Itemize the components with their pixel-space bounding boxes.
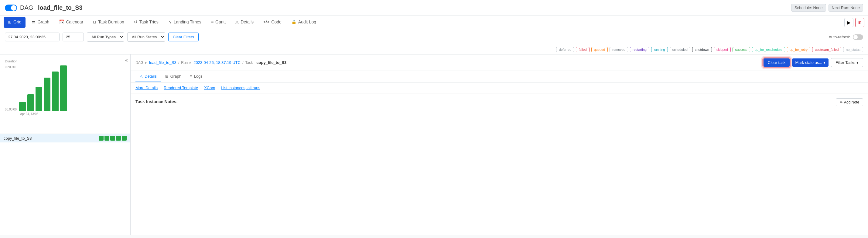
- run-types-select[interactable]: All Run Types: [87, 32, 124, 42]
- graph-icon: ⬒: [32, 20, 35, 24]
- dot-3[interactable]: [110, 136, 115, 141]
- breadcrumb-dag-label: DAG: [135, 60, 143, 65]
- badge-removed[interactable]: removed: [610, 47, 628, 52]
- bar-3[interactable]: [35, 87, 42, 111]
- add-note-label: Add Note: [844, 100, 859, 104]
- detail-panel: DAG ▸ load_file_to_S3 / Run ▸ 2023-04-26…: [131, 54, 868, 235]
- tab-task-duration[interactable]: ⊔ Task Duration: [88, 16, 129, 29]
- badge-failed[interactable]: failed: [576, 47, 589, 52]
- dropdown-chevron-icon: ▾: [824, 60, 826, 65]
- status-bar: deferred failed queued removed restartin…: [0, 45, 868, 54]
- detail-tabs: △ Details ⊞ Graph ≡ Logs: [131, 71, 868, 82]
- breadcrumb-run-label: Run: [181, 60, 188, 65]
- badge-restarting[interactable]: restarting: [630, 47, 649, 52]
- clear-task-button[interactable]: Clear task: [764, 58, 790, 67]
- tab-graph[interactable]: ⬒ Graph: [27, 16, 54, 29]
- tab-gantt[interactable]: ≡ Gantt: [206, 16, 230, 29]
- dag-name: load_file_to_S3: [38, 4, 83, 11]
- edit-icon: ✏: [840, 100, 843, 104]
- detail-tab-graph[interactable]: ⊞ Graph: [161, 71, 186, 82]
- task-duration-icon: ⊔: [93, 20, 96, 24]
- y-label-top: 00:00:01: [5, 65, 17, 69]
- filter-chevron-icon: ▾: [857, 60, 859, 65]
- main-content: « Duration 00:00:01 00:00:00 Apr 24, 13:…: [0, 54, 868, 235]
- badge-shutdown[interactable]: shutdown: [692, 47, 712, 52]
- breadcrumb-task-label: Task: [245, 60, 253, 65]
- badge-upstream-failed[interactable]: upstream_failed: [812, 47, 841, 52]
- bar-4[interactable]: [44, 78, 51, 111]
- detail-header: DAG ▸ load_file_to_S3 / Run ▸ 2023-04-26…: [131, 54, 868, 71]
- badge-queued[interactable]: queued: [591, 47, 608, 52]
- breadcrumb-task-name: copy_file_to_S3: [256, 60, 286, 65]
- filter-tasks-button[interactable]: Filter Tasks ▾: [831, 58, 863, 67]
- dag-toggle[interactable]: [5, 5, 17, 11]
- dot-2[interactable]: [104, 136, 109, 141]
- clear-filters-button[interactable]: Clear Filters: [168, 32, 198, 42]
- more-details-link[interactable]: More Details: [135, 85, 158, 90]
- landing-icon: ↘: [168, 20, 172, 24]
- tab-details[interactable]: △ Details: [230, 16, 258, 29]
- nav-tabs: ⊞ Grid ⬒ Graph 📅 Calendar ⊔ Task Duratio…: [0, 16, 868, 29]
- detail-tab-logs[interactable]: ≡ Logs: [186, 71, 207, 82]
- dag-label: DAG:: [20, 4, 35, 11]
- tab-landing-times[interactable]: ↘ Landing Times: [163, 16, 206, 29]
- num-filter-input[interactable]: [63, 32, 84, 42]
- logs-tab-icon: ≡: [190, 74, 192, 79]
- task-row: copy_file_to_S3: [0, 134, 130, 142]
- tab-code[interactable]: </> Code: [258, 16, 286, 29]
- filter-bar: All Run Types All Run States Clear Filte…: [0, 29, 868, 45]
- badge-skipped[interactable]: skipped: [714, 47, 731, 52]
- tab-audit-log[interactable]: 🔒 Audit Log: [286, 16, 321, 29]
- notes-header[interactable]: Task Instance Notes: ✏ Add Note: [135, 97, 863, 106]
- detail-sublinks: More Details Rendered Template XCom List…: [131, 82, 868, 94]
- dot-1[interactable]: [99, 136, 103, 141]
- run-states-select[interactable]: All Run States: [127, 32, 165, 42]
- badge-deferred[interactable]: deferred: [556, 47, 574, 52]
- tab-grid[interactable]: ⊞ Grid: [4, 17, 26, 28]
- xcom-link[interactable]: XCom: [204, 85, 215, 90]
- add-note-button[interactable]: ✏ Add Note: [836, 98, 863, 106]
- rendered-template-link[interactable]: Rendered Template: [164, 85, 198, 90]
- gantt-icon: ≡: [211, 20, 214, 24]
- nav-tabs-left: ⊞ Grid ⬒ Graph 📅 Calendar ⊔ Task Duratio…: [4, 16, 321, 29]
- run-button[interactable]: ▶: [844, 18, 854, 27]
- dot-5[interactable]: [122, 136, 127, 141]
- details-tab-icon: △: [140, 74, 143, 79]
- badge-success[interactable]: success: [733, 47, 750, 52]
- badge-up-for-reschedule[interactable]: up_for_reschedule: [752, 47, 785, 52]
- dag-title: DAG: load_file_to_S3: [5, 4, 83, 11]
- detail-tab-details[interactable]: △ Details: [135, 71, 161, 82]
- list-instances-link[interactable]: List Instances, all runs: [221, 85, 260, 90]
- task-tries-icon: ↺: [134, 20, 137, 24]
- collapse-button[interactable]: «: [125, 57, 128, 63]
- calendar-icon: 📅: [59, 20, 64, 24]
- bar-6[interactable]: [60, 65, 67, 111]
- delete-button[interactable]: 🗑: [855, 18, 864, 27]
- details-icon: △: [236, 20, 239, 24]
- date-filter-input[interactable]: [5, 32, 60, 42]
- next-run-badge: Next Run: None: [829, 4, 863, 11]
- bar-1[interactable]: [19, 102, 26, 111]
- bar-5[interactable]: [52, 72, 59, 111]
- tab-calendar[interactable]: 📅 Calendar: [54, 16, 88, 29]
- grid-icon: ⊞: [8, 20, 11, 24]
- auto-refresh-toggle[interactable]: [853, 34, 863, 40]
- breadcrumb-run-link[interactable]: 2023-04-26, 18:37:19 UTC: [193, 60, 241, 65]
- badge-up-for-retry[interactable]: up_for_retry: [787, 47, 810, 52]
- code-icon: </>: [263, 20, 269, 24]
- task-name: copy_file_to_S3: [4, 136, 32, 141]
- duration-label: Duration: [5, 59, 125, 63]
- mark-state-button[interactable]: Mark state as... ▾: [792, 58, 829, 67]
- breadcrumb-dag-link[interactable]: load_file_to_S3: [149, 60, 177, 65]
- schedule-badge: Schedule: None: [791, 4, 826, 11]
- badge-no-status[interactable]: no_status: [843, 47, 863, 52]
- dot-4[interactable]: [116, 136, 121, 141]
- bar-2[interactable]: [27, 94, 34, 111]
- badge-running[interactable]: running: [651, 47, 668, 52]
- tab-task-tries[interactable]: ↺ Task Tries: [129, 16, 163, 29]
- detail-actions: Clear task Mark state as... ▾ Filter Tas…: [764, 58, 863, 67]
- badge-scheduled[interactable]: scheduled: [670, 47, 690, 52]
- grid-panel: « Duration 00:00:01 00:00:00 Apr 24, 13:…: [0, 54, 131, 235]
- y-label-bottom: 00:00:00: [5, 108, 17, 111]
- auto-refresh: Auto-refresh: [829, 34, 863, 40]
